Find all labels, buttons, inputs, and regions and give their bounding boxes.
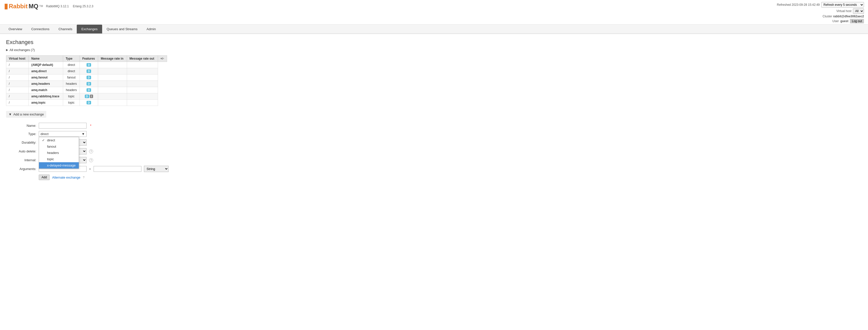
feature-badge-d: D bbox=[87, 76, 91, 79]
cell-name[interactable]: amq.direct bbox=[29, 68, 63, 74]
logo: ▮ RabbitMQTM bbox=[4, 2, 43, 10]
cell-name[interactable]: amq.headers bbox=[29, 81, 63, 87]
cell-features: D bbox=[80, 74, 98, 81]
add-exchange-toggle[interactable]: ▼ Add a new exchange bbox=[6, 111, 46, 118]
argument-value-input[interactable] bbox=[94, 166, 142, 172]
nav-connections[interactable]: Connections bbox=[27, 25, 54, 33]
table-row: /(AMQP default)directD bbox=[6, 62, 167, 68]
refresh-select[interactable]: Refresh every 5 seconds Refresh every 10… bbox=[821, 2, 864, 7]
col-type: Type bbox=[63, 56, 80, 62]
cell-rate-out bbox=[127, 81, 158, 87]
add-exchange-label: Add a new exchange bbox=[13, 112, 44, 116]
cell-features: D bbox=[80, 68, 98, 74]
argument-type-select[interactable]: String Integer Boolean List Float Byte S… bbox=[144, 166, 168, 172]
nav-channels[interactable]: Channels bbox=[54, 25, 77, 33]
cell-vhost: / bbox=[6, 81, 29, 87]
dd-x-delayed-message[interactable]: x-delayed-message bbox=[39, 162, 79, 168]
cluster-value: rabbit@dfee3062aec2 bbox=[833, 14, 864, 18]
table-row: /amq.topictopicD bbox=[6, 100, 167, 106]
arguments-label: Arguments: bbox=[11, 167, 36, 171]
checkmark-fanout bbox=[42, 144, 45, 148]
nav-queues-streams[interactable]: Queues and Streams bbox=[102, 25, 142, 33]
cell-name[interactable]: amq.rabbitmq.trace bbox=[29, 93, 63, 100]
type-selected-value: direct bbox=[40, 132, 49, 136]
cell-rate-out bbox=[127, 87, 158, 93]
add-exchange-arrow: ▼ bbox=[8, 112, 12, 116]
dd-fanout-label: fanout bbox=[47, 144, 56, 148]
auto-delete-label: Auto delete: bbox=[11, 150, 36, 153]
erlang-version-badge: Erlang 25.3.2.3 bbox=[73, 4, 93, 8]
cell-rate-in bbox=[98, 87, 127, 93]
cell-rate-in bbox=[98, 93, 127, 100]
logo-mq: MQ bbox=[29, 3, 38, 10]
alt-exchange-link[interactable]: Alternate exchange bbox=[52, 175, 80, 179]
vhost-select[interactable]: All / bbox=[853, 8, 864, 14]
refresh-row: Refreshed 2023-09-28 15:42:49 Refresh ev… bbox=[777, 2, 864, 7]
cell-vhost: / bbox=[6, 74, 29, 81]
type-dropdown-menu: ✓ direct fanout headers topic bbox=[39, 137, 79, 169]
cell-name[interactable]: amq.match bbox=[29, 87, 63, 93]
cell-name[interactable]: amq.topic bbox=[29, 100, 63, 106]
cell-rate-in bbox=[98, 81, 127, 87]
durability-row: Durability: Durable Transient bbox=[11, 139, 862, 145]
col-rate-in: Message rate in bbox=[98, 56, 127, 62]
nav-admin[interactable]: Admin bbox=[142, 25, 160, 33]
all-exchanges-toggle[interactable]: ▶ All exchanges (7) bbox=[6, 48, 862, 52]
rabbitmq-version-badge: RabbitMQ 3.12.1 bbox=[46, 4, 69, 8]
col-vhost: Virtual host bbox=[6, 56, 29, 62]
add-exchange-button[interactable]: Add bbox=[39, 174, 50, 180]
feature-badge-i: I bbox=[90, 95, 93, 98]
type-select-display[interactable]: direct ▼ bbox=[39, 131, 87, 137]
nav-overview[interactable]: Overview bbox=[4, 25, 27, 33]
cell-name[interactable]: amq.fanout bbox=[29, 74, 63, 81]
table-row: /amq.headersheadersD bbox=[6, 81, 167, 87]
cell-type: topic bbox=[63, 93, 80, 100]
auto-delete-help-icon[interactable]: ? bbox=[89, 150, 93, 154]
logo-rabbit: Rabbit bbox=[9, 3, 28, 10]
cell-vhost: / bbox=[6, 93, 29, 100]
dd-headers[interactable]: headers bbox=[39, 150, 79, 156]
col-features: Features bbox=[80, 56, 98, 62]
dd-fanout[interactable]: fanout bbox=[39, 143, 79, 150]
dd-xdm-label: x-delayed-message bbox=[47, 164, 75, 167]
internal-label: Internal: bbox=[11, 158, 36, 162]
logo-area: ▮ RabbitMQTM RabbitMQ 3.12.1 Erlang 25.3… bbox=[4, 2, 93, 10]
logout-button[interactable]: Log out bbox=[850, 19, 864, 23]
internal-help-icon[interactable]: ? bbox=[89, 158, 93, 162]
cell-type: fanout bbox=[63, 74, 80, 81]
feature-badge-d: D bbox=[87, 82, 91, 86]
name-input[interactable] bbox=[39, 123, 87, 129]
type-label: Type: bbox=[11, 132, 36, 136]
cell-rate-in bbox=[98, 100, 127, 106]
durability-label: Durability: bbox=[11, 141, 36, 144]
dd-direct[interactable]: ✓ direct bbox=[39, 137, 79, 143]
cell-type: direct bbox=[63, 68, 80, 74]
name-label: Name: bbox=[11, 124, 36, 128]
top-bar: ▮ RabbitMQTM RabbitMQ 3.12.1 Erlang 25.3… bbox=[0, 0, 868, 25]
cell-type: headers bbox=[63, 81, 80, 87]
cell-name[interactable]: (AMQP default) bbox=[29, 62, 63, 68]
logo-tm: TM bbox=[39, 5, 43, 7]
refreshed-label: Refreshed 2023-09-28 15:42:49 bbox=[777, 3, 820, 6]
navigation: Overview Connections Channels Exchanges … bbox=[0, 25, 868, 34]
nav-exchanges[interactable]: Exchanges bbox=[77, 25, 102, 33]
add-button-row: Add Alternate exchange ? bbox=[11, 174, 862, 180]
type-dropdown-container: direct ▼ ✓ direct fanout headers bbox=[39, 131, 87, 137]
version-info: RabbitMQ 3.12.1 Erlang 25.3.2.3 bbox=[46, 4, 93, 8]
feature-badge-d: D bbox=[87, 101, 91, 104]
cell-rate-out bbox=[127, 68, 158, 74]
all-exchanges-label: All exchanges (7) bbox=[9, 48, 35, 52]
cell-rate-in bbox=[98, 74, 127, 81]
dd-topic[interactable]: topic bbox=[39, 156, 79, 162]
cell-rate-in bbox=[98, 62, 127, 68]
dd-headers-label: headers bbox=[47, 151, 59, 155]
cell-features: DI bbox=[80, 93, 98, 100]
cell-vhost: / bbox=[6, 62, 29, 68]
cell-type: topic bbox=[63, 100, 80, 106]
table-row: /amq.rabbitmq.tracetopicDI bbox=[6, 93, 167, 100]
col-actions: +/- bbox=[158, 56, 167, 62]
cell-type: direct bbox=[63, 62, 80, 68]
alt-exchange-help-icon[interactable]: ? bbox=[83, 176, 84, 179]
checkmark-xdm bbox=[42, 164, 45, 167]
cell-features: D bbox=[80, 100, 98, 106]
